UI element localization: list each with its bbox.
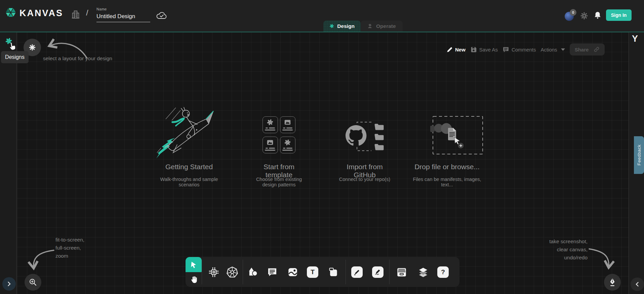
- card-title: Drop file or browse...: [407, 163, 487, 171]
- save-floppy-icon: [470, 46, 477, 53]
- media-tool-button[interactable]: [286, 265, 299, 279]
- dock-divider: [202, 260, 202, 284]
- template-thumb: [263, 137, 278, 153]
- card-subtitle: Connect to your repo(s): [336, 177, 393, 182]
- shapes-icon: [247, 266, 259, 278]
- kanvas-logo-icon[interactable]: [5, 6, 17, 19]
- note-tool-button[interactable]: [327, 265, 340, 279]
- chevron-down-icon: [561, 48, 565, 51]
- circuit-chip-icon: [208, 266, 220, 278]
- help-button[interactable]: ?: [436, 265, 450, 279]
- sign-in-button[interactable]: Sign In: [606, 9, 632, 21]
- kubernetes-tool-button[interactable]: [226, 265, 239, 279]
- card-subtitle: Files can be manifests, images, text...: [407, 177, 487, 187]
- components-tool-button[interactable]: [207, 265, 220, 279]
- shapes-tool-button[interactable]: [246, 265, 260, 279]
- hand-icon: [189, 275, 198, 284]
- new-design-button[interactable]: New: [446, 46, 466, 53]
- folder-icon: [375, 134, 384, 140]
- design-swirl-icon: [329, 23, 334, 29]
- select-tool-button[interactable]: [186, 257, 202, 272]
- chevron-right-icon: [6, 281, 12, 287]
- kubernetes-wheel-icon: [226, 266, 239, 279]
- save-as-label: Save As: [479, 47, 498, 52]
- layout-asterisk-icon: [28, 43, 36, 51]
- tab-operate[interactable]: Operate: [361, 21, 403, 32]
- card-import-from-github[interactable]: Import from GitHub Connect to your repo(…: [336, 105, 393, 183]
- design-actions-bar: New Save As Comments Actions Share: [446, 43, 605, 56]
- pencil-scribble-icon: [374, 268, 381, 276]
- zoom-controls-hint: fit-to-screen, full-screen, zoom: [55, 236, 84, 260]
- card-subtitle: Walk-throughs and sample scenarios: [153, 177, 225, 187]
- share-button[interactable]: Share: [570, 43, 605, 56]
- design-canvas[interactable]: [17, 32, 629, 294]
- share-label: Share: [575, 47, 589, 52]
- swirl-icon: [284, 139, 291, 146]
- dock-divider: [389, 260, 390, 284]
- design-name-input[interactable]: [96, 13, 150, 22]
- new-label: New: [455, 47, 466, 52]
- layers-icon: [417, 266, 429, 278]
- card-getting-started[interactable]: Getting Started Walk-throughs and sample…: [153, 105, 225, 183]
- note-card-icon: [328, 266, 339, 278]
- freehand-draw-button[interactable]: [371, 265, 385, 279]
- drop-file-illustration: [430, 114, 487, 156]
- template-thumb: [263, 116, 278, 133]
- drawer-archive-icon: [396, 266, 408, 278]
- cursor-arrow-icon: [190, 261, 198, 269]
- save-as-button[interactable]: Save As: [470, 46, 498, 53]
- breadcrumb-separator: /: [86, 8, 88, 17]
- zoom-in-magnifier-icon: [29, 278, 37, 287]
- notification-count-badge: 0: [570, 9, 576, 16]
- feedback-tab[interactable]: Feedback: [634, 136, 644, 174]
- card-drop-file-or-browse[interactable]: Drop file or browse... Files can be mani…: [407, 105, 487, 183]
- pencil-new-icon: [446, 46, 453, 53]
- comment-bubble-icon: [267, 266, 278, 278]
- canvas-top-border: [0, 32, 644, 32]
- hand-pointer-cursor-icon: [7, 41, 17, 52]
- tab-design-label: Design: [337, 23, 355, 29]
- media-image-icon: [287, 266, 298, 278]
- actions-dropdown[interactable]: Actions: [540, 47, 565, 52]
- image-icon: [284, 119, 291, 126]
- layers-button[interactable]: [416, 265, 430, 279]
- drawer-tool-button[interactable]: [395, 265, 408, 279]
- expand-left-panel-button[interactable]: [2, 277, 16, 291]
- pan-tool-button[interactable]: [186, 272, 202, 287]
- organization-icon[interactable]: [71, 9, 81, 20]
- tool-dock: T: [186, 257, 459, 287]
- folder-icon: [375, 124, 384, 130]
- pen-tool-button[interactable]: [350, 265, 364, 279]
- comments-label: Comments: [512, 47, 536, 52]
- cursor-plus-icon: [454, 137, 464, 149]
- text-tool-button[interactable]: T: [306, 265, 319, 279]
- layout-hint-text: select a layout for your design: [43, 54, 112, 63]
- zoom-controls-button[interactable]: [25, 274, 41, 291]
- pen-nib-icon: [608, 278, 617, 287]
- comments-button[interactable]: Comments: [502, 46, 536, 53]
- swirl-icon: [267, 119, 274, 126]
- cloud-sync-icon[interactable]: [156, 11, 167, 20]
- kanvas-app: KANVAS / Name Design Operate 0: [0, 0, 644, 294]
- template-thumb: [280, 137, 295, 153]
- share-link-icon: [594, 46, 600, 52]
- image-icon: [266, 139, 274, 146]
- notifications-bell-icon[interactable]: [594, 11, 602, 20]
- card-start-from-template[interactable]: Start from template Choose from existing…: [250, 105, 308, 183]
- settings-gear-icon[interactable]: [580, 12, 588, 20]
- operator-icon: [367, 23, 373, 29]
- tab-design[interactable]: Design: [323, 21, 361, 32]
- card-subtitle: Choose from existing design patterns: [250, 177, 308, 187]
- card-title: Getting Started: [153, 163, 225, 171]
- collapse-right-panel-button[interactable]: [631, 278, 644, 291]
- y-logo[interactable]: Y: [632, 34, 638, 44]
- rocket-doodle-illustration: [156, 106, 223, 161]
- folder-icon: [375, 144, 384, 150]
- canvas-actions-button[interactable]: [604, 274, 621, 291]
- designs-tooltip: Designs: [1, 51, 29, 63]
- left-sidebar: [0, 32, 17, 294]
- comment-tool-button[interactable]: [266, 265, 279, 279]
- design-name-label: Name: [96, 7, 107, 11]
- tab-operate-label: Operate: [376, 23, 396, 29]
- brand-wordmark: KANVAS: [19, 8, 63, 19]
